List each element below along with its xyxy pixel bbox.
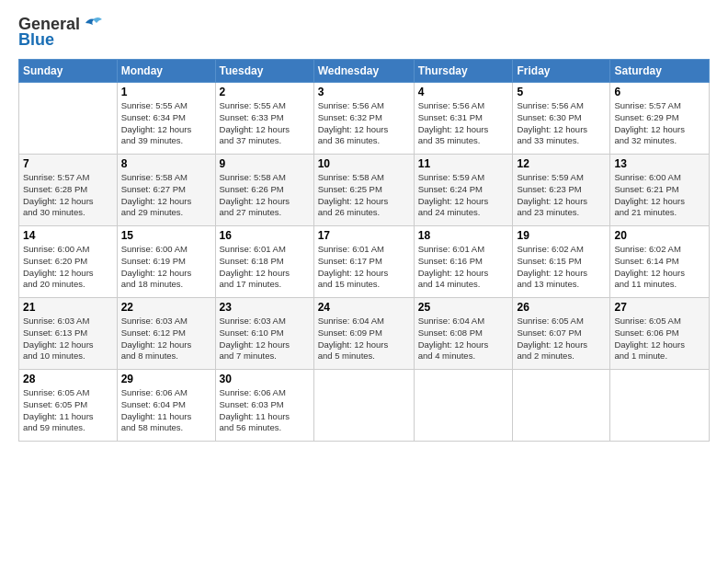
day-number: 8	[121, 157, 211, 170]
cell-4-7: 27Sunrise: 6:05 AMSunset: 6:06 PMDayligh…	[610, 298, 710, 370]
week-row-4: 21Sunrise: 6:03 AMSunset: 6:13 PMDayligh…	[19, 298, 710, 370]
cell-4-5: 25Sunrise: 6:04 AMSunset: 6:08 PMDayligh…	[414, 298, 513, 370]
cell-content: Sunrise: 6:02 AMSunset: 6:15 PMDaylight:…	[517, 244, 606, 291]
cell-content: Sunrise: 6:04 AMSunset: 6:08 PMDaylight:…	[418, 316, 509, 362]
day-number: 5	[517, 86, 606, 98]
cell-content: Sunrise: 6:02 AMSunset: 6:14 PMDaylight:…	[614, 244, 705, 291]
cell-3-2: 15Sunrise: 6:00 AMSunset: 6:19 PMDayligh…	[117, 226, 215, 298]
day-number: 26	[517, 301, 606, 314]
cell-2-7: 13Sunrise: 6:00 AMSunset: 6:21 PMDayligh…	[610, 155, 710, 226]
cell-1-3: 2Sunrise: 5:55 AMSunset: 6:33 PMDaylight…	[215, 83, 313, 155]
cell-content: Sunrise: 5:58 AMSunset: 6:26 PMDaylight:…	[220, 172, 310, 219]
day-number: 9	[220, 157, 310, 170]
week-row-5: 28Sunrise: 6:05 AMSunset: 6:05 PMDayligh…	[19, 370, 710, 442]
day-number: 18	[418, 229, 509, 242]
day-number: 25	[418, 301, 509, 314]
cell-2-2: 8Sunrise: 5:58 AMSunset: 6:27 PMDaylight…	[117, 155, 215, 226]
day-number: 4	[418, 86, 509, 98]
cell-2-3: 9Sunrise: 5:58 AMSunset: 6:26 PMDaylight…	[215, 155, 313, 226]
day-number: 29	[121, 373, 211, 385]
cell-content: Sunrise: 6:06 AMSunset: 6:03 PMDaylight:…	[220, 387, 310, 434]
week-row-3: 14Sunrise: 6:00 AMSunset: 6:20 PMDayligh…	[19, 226, 710, 298]
cell-content: Sunrise: 6:05 AMSunset: 6:05 PMDaylight:…	[23, 387, 113, 434]
cell-5-1: 28Sunrise: 6:05 AMSunset: 6:05 PMDayligh…	[19, 370, 118, 442]
cell-3-6: 19Sunrise: 6:02 AMSunset: 6:15 PMDayligh…	[513, 226, 610, 298]
cell-3-4: 17Sunrise: 6:01 AMSunset: 6:17 PMDayligh…	[313, 226, 414, 298]
cell-content: Sunrise: 6:00 AMSunset: 6:20 PMDaylight:…	[23, 244, 113, 291]
col-header-sunday: Sunday	[19, 60, 118, 83]
col-header-friday: Friday	[513, 60, 610, 83]
cell-4-1: 21Sunrise: 6:03 AMSunset: 6:13 PMDayligh…	[19, 298, 118, 370]
cell-4-2: 22Sunrise: 6:03 AMSunset: 6:12 PMDayligh…	[117, 298, 215, 370]
day-number: 12	[517, 157, 606, 170]
cell-content: Sunrise: 6:00 AMSunset: 6:21 PMDaylight:…	[614, 172, 705, 219]
cell-1-2: 1Sunrise: 5:55 AMSunset: 6:34 PMDaylight…	[117, 83, 215, 155]
cell-content: Sunrise: 5:56 AMSunset: 6:32 PMDaylight:…	[318, 100, 410, 147]
cell-2-5: 11Sunrise: 5:59 AMSunset: 6:24 PMDayligh…	[414, 155, 513, 226]
day-number: 30	[220, 373, 310, 385]
cell-2-1: 7Sunrise: 5:57 AMSunset: 6:28 PMDaylight…	[19, 155, 118, 226]
day-number: 14	[23, 229, 113, 242]
day-number: 3	[318, 86, 410, 98]
cell-1-5: 4Sunrise: 5:56 AMSunset: 6:31 PMDaylight…	[414, 83, 513, 155]
cell-content: Sunrise: 5:56 AMSunset: 6:30 PMDaylight:…	[517, 100, 606, 147]
cell-content: Sunrise: 5:58 AMSunset: 6:27 PMDaylight:…	[121, 172, 211, 219]
cell-3-5: 18Sunrise: 6:01 AMSunset: 6:16 PMDayligh…	[414, 226, 513, 298]
cell-3-7: 20Sunrise: 6:02 AMSunset: 6:14 PMDayligh…	[610, 226, 710, 298]
cell-5-2: 29Sunrise: 6:06 AMSunset: 6:04 PMDayligh…	[117, 370, 215, 442]
day-number: 20	[614, 229, 705, 242]
cell-1-7: 6Sunrise: 5:57 AMSunset: 6:29 PMDaylight…	[610, 83, 710, 155]
cell-content: Sunrise: 6:01 AMSunset: 6:18 PMDaylight:…	[220, 244, 310, 291]
day-number: 1	[121, 86, 211, 98]
cell-content: Sunrise: 5:58 AMSunset: 6:25 PMDaylight:…	[318, 172, 410, 219]
cell-3-1: 14Sunrise: 6:00 AMSunset: 6:20 PMDayligh…	[19, 226, 118, 298]
cell-5-4	[313, 370, 414, 442]
day-number: 24	[318, 301, 410, 314]
day-number: 17	[318, 229, 410, 242]
col-header-wednesday: Wednesday	[313, 60, 414, 83]
cell-5-7	[610, 370, 710, 442]
day-number: 21	[23, 301, 113, 314]
cell-content: Sunrise: 6:00 AMSunset: 6:19 PMDaylight:…	[121, 244, 211, 291]
day-number: 7	[23, 157, 113, 170]
week-row-2: 7Sunrise: 5:57 AMSunset: 6:28 PMDaylight…	[19, 155, 710, 226]
day-number: 22	[121, 301, 211, 314]
cell-content: Sunrise: 6:03 AMSunset: 6:12 PMDaylight:…	[121, 316, 211, 362]
cell-content: Sunrise: 5:56 AMSunset: 6:31 PMDaylight:…	[418, 100, 509, 147]
cell-content: Sunrise: 6:03 AMSunset: 6:10 PMDaylight:…	[220, 316, 310, 362]
col-header-saturday: Saturday	[610, 60, 710, 83]
day-number: 6	[614, 86, 705, 98]
cell-1-1	[19, 83, 118, 155]
cell-content: Sunrise: 5:55 AMSunset: 6:34 PMDaylight:…	[121, 100, 211, 147]
logo-blue: Blue	[18, 30, 54, 50]
cell-content: Sunrise: 6:06 AMSunset: 6:04 PMDaylight:…	[121, 387, 211, 434]
header: General Blue	[18, 15, 710, 50]
cell-5-6	[513, 370, 610, 442]
cell-content: Sunrise: 6:01 AMSunset: 6:16 PMDaylight:…	[418, 244, 509, 291]
calendar-table: SundayMondayTuesdayWednesdayThursdayFrid…	[18, 59, 710, 442]
cell-1-6: 5Sunrise: 5:56 AMSunset: 6:30 PMDaylight…	[513, 83, 610, 155]
day-number: 15	[121, 229, 211, 242]
cell-2-4: 10Sunrise: 5:58 AMSunset: 6:25 PMDayligh…	[313, 155, 414, 226]
logo-bird-icon	[82, 16, 102, 30]
col-header-monday: Monday	[117, 60, 215, 83]
cell-3-3: 16Sunrise: 6:01 AMSunset: 6:18 PMDayligh…	[215, 226, 313, 298]
cell-2-6: 12Sunrise: 5:59 AMSunset: 6:23 PMDayligh…	[513, 155, 610, 226]
cell-5-3: 30Sunrise: 6:06 AMSunset: 6:03 PMDayligh…	[215, 370, 313, 442]
cell-content: Sunrise: 6:03 AMSunset: 6:13 PMDaylight:…	[23, 316, 113, 362]
cell-5-5	[414, 370, 513, 442]
day-number: 13	[614, 157, 705, 170]
day-number: 28	[23, 373, 113, 385]
header-row: SundayMondayTuesdayWednesdayThursdayFrid…	[19, 60, 710, 83]
cell-content: Sunrise: 5:59 AMSunset: 6:23 PMDaylight:…	[517, 172, 606, 219]
cell-4-3: 23Sunrise: 6:03 AMSunset: 6:10 PMDayligh…	[215, 298, 313, 370]
cell-content: Sunrise: 6:01 AMSunset: 6:17 PMDaylight:…	[318, 244, 410, 291]
day-number: 23	[220, 301, 310, 314]
day-number: 11	[418, 157, 509, 170]
week-row-1: 1Sunrise: 5:55 AMSunset: 6:34 PMDaylight…	[19, 83, 710, 155]
cell-4-6: 26Sunrise: 6:05 AMSunset: 6:07 PMDayligh…	[513, 298, 610, 370]
cell-content: Sunrise: 6:05 AMSunset: 6:07 PMDaylight:…	[517, 316, 606, 362]
cell-content: Sunrise: 5:57 AMSunset: 6:28 PMDaylight:…	[23, 172, 113, 219]
cell-1-4: 3Sunrise: 5:56 AMSunset: 6:32 PMDaylight…	[313, 83, 414, 155]
day-number: 16	[220, 229, 310, 242]
